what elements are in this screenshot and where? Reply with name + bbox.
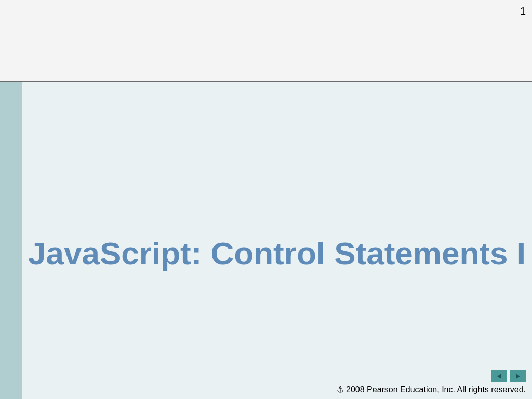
previous-button[interactable] [491,370,507,382]
left-sidebar [0,82,22,399]
svg-marker-1 [516,374,520,379]
page-number: 1 [520,5,526,17]
next-button[interactable] [510,370,526,382]
triangle-right-icon [514,373,522,380]
copyright-label: 2008 Pearson Education, Inc. All rights … [346,385,526,394]
copyright-text: 2008 Pearson Education, Inc. All rights … [337,385,526,395]
slide-footer: 2008 Pearson Education, Inc. All rights … [337,370,526,395]
main-content: JavaScript: Control Statements I [22,82,532,399]
svg-marker-0 [497,374,501,379]
slide-title: JavaScript: Control Statements I [28,235,526,272]
navigation-buttons [491,370,526,382]
anchor-icon [337,385,344,395]
slide-header: 1 [0,0,532,81]
triangle-left-icon [496,373,503,380]
content-area: JavaScript: Control Statements I [0,82,532,399]
svg-point-2 [340,387,341,388]
